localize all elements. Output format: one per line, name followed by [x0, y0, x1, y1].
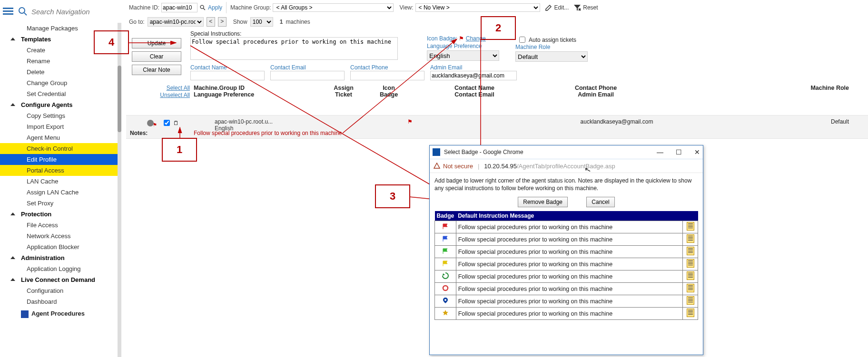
nav-set-credential[interactable]: Set Credential	[0, 88, 121, 99]
row-machine-name: apac-win10-pc.root.u...	[215, 118, 348, 125]
edit-icon[interactable]	[545, 4, 552, 11]
nav-agent-procedures[interactable]: Agent Procedures	[0, 307, 121, 320]
select-all-link[interactable]: Select All	[144, 85, 190, 92]
popup-minimize-button[interactable]: —	[657, 148, 663, 156]
nav-portal-access[interactable]: Portal Access	[0, 165, 121, 176]
edit-view-button[interactable]: Edit...	[554, 4, 569, 11]
apply-search-icon[interactable]	[199, 4, 206, 11]
badge-note-icon[interactable]	[683, 233, 698, 246]
flag-icon: ⚑	[459, 35, 464, 42]
search-icon[interactable]	[18, 7, 28, 16]
language-preference-select[interactable]: English	[427, 50, 499, 61]
nav-import-export[interactable]: Import Export	[0, 121, 121, 132]
badge-row[interactable]: Follow special procedures prior to worki…	[435, 295, 698, 308]
badge-row[interactable]: Follow special procedures prior to worki…	[435, 258, 698, 270]
clear-button[interactable]: Clear	[132, 51, 181, 62]
nav-configuration[interactable]: Configuration	[0, 285, 121, 296]
sidebar-scrollbar-thumb[interactable]	[118, 66, 121, 132]
badge-row[interactable]: Follow special procedures prior to worki…	[435, 308, 698, 320]
row-checkbox[interactable]	[164, 120, 170, 126]
popup-maximize-button[interactable]: ☐	[676, 148, 682, 156]
nav-network-access[interactable]: Network Access	[0, 231, 121, 241]
nav-copy-settings[interactable]: Copy Settings	[0, 110, 121, 121]
show-count-select[interactable]: 100	[250, 17, 273, 27]
contact-name-label: Contact Name	[190, 64, 265, 71]
machine-group-select[interactable]: < All Groups >	[273, 3, 394, 12]
header-language: Language Preference	[194, 91, 254, 98]
nav-live-connect-on-demand[interactable]: Live Connect on Demand	[0, 274, 121, 285]
badge-note-icon[interactable]	[683, 308, 698, 320]
nav-edit-profile[interactable]: Edit Profile	[0, 154, 121, 165]
header-assign: Assign	[334, 85, 354, 91]
popup-close-button[interactable]: ✕	[694, 148, 700, 156]
badge-row[interactable]: Follow special procedures prior to worki…	[435, 283, 698, 295]
row-machine-role: Default	[681, 118, 868, 125]
nav-delete[interactable]: Delete	[0, 67, 121, 77]
badge-row[interactable]: Follow special procedures prior to worki…	[435, 221, 698, 233]
update-button[interactable]: Update	[132, 38, 181, 48]
badge-note-icon[interactable]	[683, 258, 698, 270]
machine-role-select[interactable]: Default	[515, 51, 588, 62]
machine-row[interactable]: ⚑ 🗒 apac-win10-pc.root.u... English ⚑ au…	[126, 115, 868, 139]
header-ticket: Ticket	[335, 91, 352, 98]
badge-flag-icon	[435, 233, 456, 246]
special-instructions-input[interactable]: Follow special procedures prior to worki…	[190, 37, 398, 60]
badge-note-icon[interactable]	[683, 283, 698, 295]
badge-row[interactable]: Follow special procedures prior to worki…	[435, 270, 698, 283]
badge-msg: Follow special procedures prior to worki…	[456, 270, 682, 283]
callout-4: 4	[94, 30, 129, 54]
nav-application-logging[interactable]: Application Logging	[0, 263, 121, 274]
remove-badge-button[interactable]: Remove Badge	[518, 197, 568, 207]
machine-group-label: Machine Group:	[230, 4, 271, 11]
svg-line-3	[203, 8, 205, 10]
svg-point-12	[443, 286, 448, 290]
nav-check-in-control[interactable]: Check-in Control	[0, 143, 121, 154]
hamburger-menu-icon[interactable]	[3, 6, 13, 17]
admin-email-input[interactable]	[430, 71, 517, 80]
show-label: Show	[233, 19, 247, 25]
nav-agent-menu[interactable]: Agent Menu	[0, 132, 121, 143]
badge-note-icon[interactable]	[683, 221, 698, 233]
nav-set-proxy[interactable]: Set Proxy	[0, 198, 121, 209]
reset-filter-icon[interactable]	[573, 4, 581, 11]
clipboard-icon[interactable]: 🗒	[173, 120, 179, 126]
search-navigation-input[interactable]	[30, 7, 108, 16]
badge-note-icon[interactable]	[683, 295, 698, 308]
nav-rename[interactable]: Rename	[0, 56, 121, 67]
svg-line-1	[24, 13, 27, 15]
contact-phone-input[interactable]	[350, 71, 424, 80]
unselect-all-link[interactable]: Unselect All	[144, 92, 190, 99]
row-notes-label: Notes:	[130, 130, 148, 136]
view-select[interactable]: < No View >	[415, 3, 540, 12]
callout-1: 1	[162, 138, 197, 162]
apply-button[interactable]: Apply	[208, 4, 222, 11]
header-contact-name: Contact Name	[454, 85, 494, 91]
clear-note-button[interactable]: Clear Note	[132, 65, 181, 75]
icon-badge-label: Icon Badge:	[427, 35, 457, 42]
nav-dashboard[interactable]: Dashboard	[0, 296, 121, 307]
page-prev-button[interactable]: <	[207, 17, 215, 27]
select-badge-popup: Select Badge - Google Chrome — ☐ ✕ Not s…	[429, 145, 703, 355]
nav-protection[interactable]: Protection	[0, 209, 121, 220]
badge-note-icon[interactable]	[683, 270, 698, 283]
badge-row[interactable]: Follow special procedures prior to worki…	[435, 233, 698, 246]
goto-select[interactable]: apac-win10-pc.root	[148, 17, 204, 27]
machine-id-input[interactable]	[161, 3, 197, 12]
auto-assign-tickets-checkbox[interactable]	[519, 37, 525, 43]
contact-name-input[interactable]	[190, 71, 265, 80]
nav-file-access[interactable]: File Access	[0, 220, 121, 231]
badge-row[interactable]: Follow special procedures prior to worki…	[435, 246, 698, 258]
reset-button[interactable]: Reset	[583, 4, 598, 11]
badge-note-icon[interactable]	[683, 246, 698, 258]
header-admin-email: Admin Email	[578, 91, 614, 98]
machine-role-label: Machine Role	[515, 44, 588, 50]
contact-email-input[interactable]	[270, 71, 345, 80]
nav-lan-cache[interactable]: LAN Cache	[0, 176, 121, 187]
nav-configure-agents[interactable]: Configure Agents	[0, 99, 121, 110]
cancel-button[interactable]: Cancel	[586, 197, 614, 207]
nav-administration[interactable]: Administration	[0, 252, 121, 263]
page-next-button[interactable]: >	[218, 17, 227, 27]
nav-assign-lan-cache[interactable]: Assign LAN Cache	[0, 187, 121, 198]
nav-change-group[interactable]: Change Group	[0, 77, 121, 88]
nav-application-blocker[interactable]: Application Blocker	[0, 241, 121, 252]
